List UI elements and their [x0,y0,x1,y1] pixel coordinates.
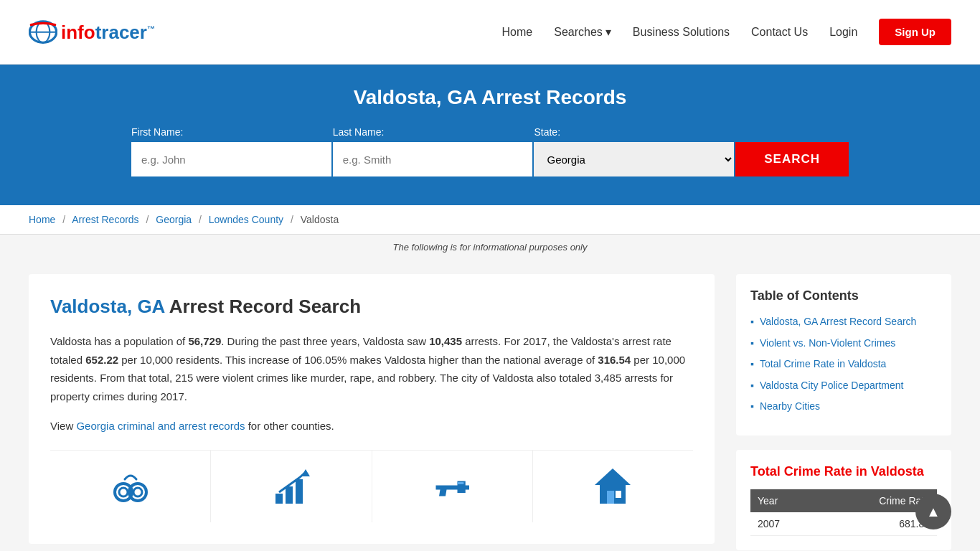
search-button[interactable]: SEARCH [735,142,849,176]
table-row: 2007681.88 [750,512,937,536]
breadcrumb: Home / Arrest Records / Georgia / Lownde… [0,205,980,235]
nav-contact-us[interactable]: Contact Us [751,26,808,39]
chart-cell [211,451,372,522]
svg-rect-12 [458,482,464,484]
state-select[interactable]: AlabamaAlaskaArizonaArkansasCaliforniaCo… [534,142,734,176]
breadcrumb-lowndes-county[interactable]: Lowndes County [209,214,283,225]
breadcrumb-valdosta: Valdosta [301,214,339,225]
logo-info: info [61,22,95,43]
content-area: Valdosta, GA Arrest Record Search Valdos… [29,274,715,544]
toc-link[interactable]: Valdosta City Police Department [760,379,904,393]
first-name-input[interactable] [131,142,331,176]
toc-list: Valdosta, GA Arrest Record SearchViolent… [750,315,937,414]
nav-searches[interactable]: Searches ▾ [554,25,611,39]
svg-rect-16 [616,491,621,498]
svg-point-4 [119,488,128,496]
house-cell [533,451,693,522]
chart-icon [270,465,313,508]
logo-icon [29,18,57,47]
toc-title: Table of Contents [750,288,937,303]
handcuffs-cell [50,451,211,522]
toc-item: Total Crime Rate in Valdosta [750,357,937,372]
crime-rate-title: Total Crime Rate in Valdosta [750,464,937,479]
toc-item: Valdosta City Police Department [750,379,937,393]
breadcrumb-arrest-records[interactable]: Arrest Records [72,214,138,225]
search-form: First Name: Last Name: State: AlabamaAla… [131,126,849,176]
content-paragraph1: Valdosta has a population of 56,729. Dur… [50,332,693,405]
svg-rect-8 [275,494,283,504]
main-nav: Home Searches ▾ Business Solutions Conta… [502,19,951,45]
year-cell: 2007 [750,512,818,536]
last-name-label: Last Name: [333,126,385,138]
toc-link[interactable]: Nearby Cities [760,400,820,414]
toc-link[interactable]: Valdosta, GA Arrest Record Search [760,315,916,329]
breadcrumb-home[interactable]: Home [29,214,55,225]
heading-rest: Arrest Record Search [164,296,361,317]
col-year: Year [750,489,818,512]
hero-title: Valdosta, GA Arrest Records [29,86,951,109]
state-label: State: [534,126,560,138]
svg-rect-10 [296,479,303,504]
logo: infotracer™ [29,18,155,47]
svg-rect-15 [607,491,614,504]
logo-tm: ™ [147,24,155,33]
georgia-link[interactable]: Georgia criminal and arrest records [76,420,245,432]
svg-rect-9 [286,486,293,504]
gun-cell [372,451,533,522]
content-paragraph2: View Georgia criminal and arrest records… [50,417,693,435]
toc-item: Valdosta, GA Arrest Record Search [750,315,937,329]
icon-row [50,450,693,522]
nav-home[interactable]: Home [502,26,533,39]
scroll-to-top-button[interactable]: ▲ [915,494,951,529]
breadcrumb-georgia[interactable]: Georgia [156,214,192,225]
toc-item: Violent vs. Non-Violent Crimes [750,336,937,351]
toc-link[interactable]: Violent vs. Non-Violent Crimes [760,336,895,351]
toc-link[interactable]: Total Crime Rate in Valdosta [760,357,886,372]
svg-marker-13 [595,468,631,485]
nav-business-solutions[interactable]: Business Solutions [633,26,730,39]
info-banner: The following is for informational purpo… [0,235,980,260]
heading-blue: Valdosta, GA [50,296,164,317]
hero-section: Valdosta, GA Arrest Records First Name: … [0,65,980,205]
gun-icon [430,465,473,508]
main-layout: Valdosta, GA Arrest Record Search Valdos… [0,260,980,551]
handcuffs-icon [109,465,152,508]
svg-marker-11 [301,469,310,476]
crime-table: Year Crime Rate 2007681.88 [750,489,937,536]
logo-tracer: tracer [95,22,147,43]
house-icon [591,465,634,508]
toc-box: Table of Contents Valdosta, GA Arrest Re… [736,274,951,435]
header: infotracer™ Home Searches ▾ Business Sol… [0,0,980,65]
last-name-input[interactable] [333,142,533,176]
nav-signup[interactable]: Sign Up [879,19,951,45]
svg-point-6 [133,488,142,496]
nav-login[interactable]: Login [829,26,857,39]
first-name-label: First Name: [131,126,183,138]
toc-item: Nearby Cities [750,400,937,414]
article-heading: Valdosta, GA Arrest Record Search [50,296,693,318]
